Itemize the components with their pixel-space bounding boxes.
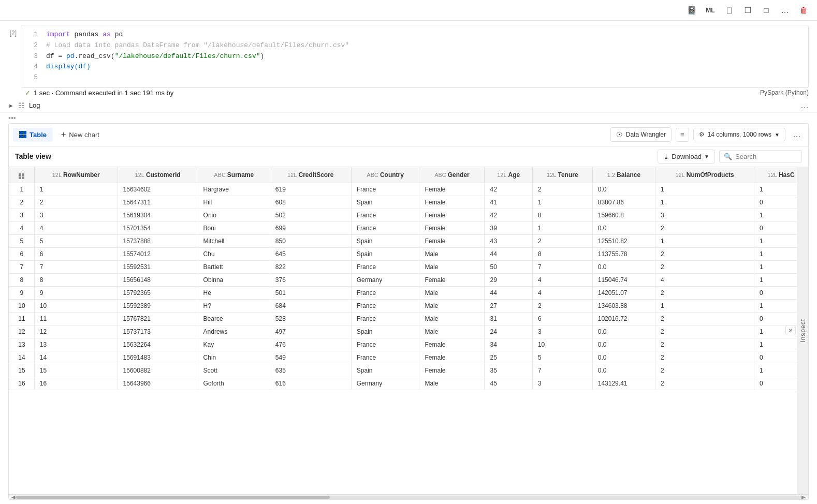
table-row: 3315619304Onio502FranceFemale428159660.8… <box>9 209 808 221</box>
copy-icon[interactable]: ❐ <box>740 3 755 18</box>
scroll-left-arrow[interactable]: ◀ <box>11 494 16 500</box>
table-cell: Female <box>419 209 485 221</box>
table-cell: 3 <box>655 209 754 221</box>
table-cell: 8 <box>532 209 592 221</box>
table-row: 5515737888Mitchell850SpainFemale43212551… <box>9 234 808 247</box>
code-line-2: 2 # Load data into pandas DataFrame from… <box>21 40 808 51</box>
table-cell: 2 <box>655 260 754 273</box>
horizontal-scrollbar[interactable]: ◀ ▶ <box>9 494 808 499</box>
log-more-icon[interactable]: … <box>800 101 809 110</box>
table-cell: Spain <box>351 247 419 260</box>
table-cell: Hargrave <box>198 183 270 196</box>
tab-table-label: Table <box>30 131 47 139</box>
table-cell: Boni <box>198 221 270 234</box>
log-chevron-icon: ► <box>8 102 14 109</box>
table-cell: Female <box>419 351 485 364</box>
table-cell: 15643966 <box>118 377 198 390</box>
table-cell: 4 <box>655 273 754 286</box>
table-cell: 15600882 <box>118 364 198 377</box>
table-cell: 2 <box>655 221 754 234</box>
cell-status-text: 1 sec · Command executed in 1 sec 191 ms… <box>34 89 173 97</box>
more-icon[interactable]: … <box>778 3 792 18</box>
table-cell: France <box>351 299 419 312</box>
table-cell: Spain <box>351 196 419 209</box>
table-cell: 3 <box>532 377 592 390</box>
table-cell: 15632264 <box>118 338 198 351</box>
table-cell: Male <box>419 312 485 325</box>
table-cell: 850 <box>270 234 351 247</box>
data-wrangler-button[interactable]: ☉ Data Wrangler <box>610 127 672 142</box>
table-cell: France <box>351 183 419 196</box>
row-index: 8 <box>9 273 35 286</box>
table-cell: 41 <box>485 196 532 209</box>
table-cell: 528 <box>270 312 351 325</box>
table-row: 9915792365He501FranceMale444142051.0720 <box>9 286 808 299</box>
cell-status: ✓ 1 sec · Command executed in 1 sec 191 … <box>25 89 173 97</box>
table-cell: 0.0 <box>592 221 655 234</box>
table-cell: 14 <box>34 351 118 364</box>
table-cell: 2 <box>655 286 754 299</box>
row-index: 3 <box>9 209 35 221</box>
th-tenure: 12LTenure <box>532 167 592 183</box>
table-cell: 7 <box>532 260 592 273</box>
filter-button[interactable]: ≡ <box>676 128 689 142</box>
ml-icon[interactable]: ML <box>703 3 718 18</box>
table-container[interactable]: 12LRowNumber 12LCustomerId ABCSurname 12… <box>9 167 808 494</box>
th-customerid: 12LCustomerId <box>118 167 198 183</box>
notebook-icon[interactable]: 📓 <box>684 3 699 18</box>
search-input[interactable] <box>735 153 797 160</box>
search-icon: 🔍 <box>724 153 732 160</box>
table-cell: 376 <box>270 273 351 286</box>
comment-icon[interactable]: □ <box>759 3 774 18</box>
row-index: 7 <box>9 260 35 273</box>
table-cell: 2 <box>655 351 754 364</box>
cell-number: [2] <box>10 29 17 37</box>
table-cell: H? <box>198 299 270 312</box>
scroll-right-arrow[interactable]: ▶ <box>801 494 806 500</box>
monitor-icon[interactable]: ⎕ <box>722 3 736 18</box>
check-icon: ✓ <box>25 89 31 97</box>
th-balance: 1.2Balance <box>592 167 655 183</box>
table-cell: Female <box>419 196 485 209</box>
table-cell: 24 <box>485 325 532 338</box>
table-cell: 2 <box>532 299 592 312</box>
row-index: 10 <box>9 299 35 312</box>
row-index: 12 <box>9 325 35 338</box>
grid-icon <box>19 131 26 138</box>
table-cell: 10 <box>532 338 592 351</box>
table-cell: Goforth <box>198 377 270 390</box>
log-row[interactable]: ► ☷ Log … <box>0 99 817 113</box>
row-index: 4 <box>9 221 35 234</box>
table-cell: 115046.74 <box>592 273 655 286</box>
table-cell: 15792365 <box>118 286 198 299</box>
ellipsis-divider: ••• <box>0 113 817 123</box>
table-cell: 2 <box>655 312 754 325</box>
data-wrangler-label: Data Wrangler <box>626 131 666 138</box>
output-more-button[interactable]: … <box>790 128 804 141</box>
table-cell: 0.0 <box>592 325 655 338</box>
table-cell: 2 <box>532 234 592 247</box>
table-cell: 822 <box>270 260 351 273</box>
row-index: 5 <box>9 234 35 247</box>
th-gender: ABCGender <box>419 167 485 183</box>
table-cell: Female <box>419 183 485 196</box>
table-cell: 39 <box>485 221 532 234</box>
table-cell: 1 <box>655 183 754 196</box>
output-tabs: Table + New chart ☉ Data Wrangler ≡ ⚙ 14… <box>9 124 808 146</box>
table-cell: 35 <box>485 364 532 377</box>
table-cell: 42 <box>485 209 532 221</box>
tab-new-chart[interactable]: + New chart <box>55 127 106 142</box>
collapse-button[interactable]: » <box>785 325 796 335</box>
table-cell: France <box>351 286 419 299</box>
delete-icon[interactable]: 🗑 <box>796 3 811 18</box>
table-cell: 2 <box>655 377 754 390</box>
table-cell: 6 <box>34 247 118 260</box>
inspect-panel[interactable]: Inspect <box>797 167 808 494</box>
table-cell: 31 <box>485 312 532 325</box>
table-cell: Chin <box>198 351 270 364</box>
col-info-button[interactable]: ⚙ 14 columns, 1000 rows ▼ <box>693 128 785 141</box>
tab-table[interactable]: Table <box>13 128 53 142</box>
row-index: 13 <box>9 338 35 351</box>
download-button[interactable]: ⤓ Download ▼ <box>658 150 715 164</box>
table-cell: Hill <box>198 196 270 209</box>
